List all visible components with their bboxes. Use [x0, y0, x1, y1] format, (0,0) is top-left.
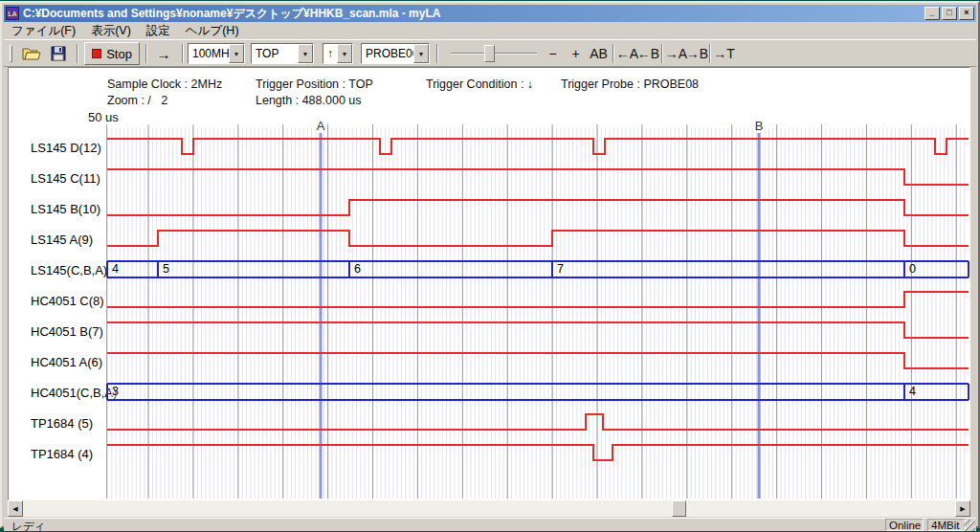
zoom-in-button[interactable]: +: [565, 43, 587, 64]
toolbar-separator: [709, 44, 711, 63]
toolbar-separator: [612, 44, 614, 63]
save-file-button[interactable]: [46, 43, 71, 64]
sample-clock-value: 100MHz: [189, 44, 229, 63]
toolbar: Stop → 100MHz ▼ TOP ▼ ↑ ▼ PROBE00 ▼ − + …: [4, 39, 976, 67]
toolbar-separator: [661, 44, 663, 63]
zoom-info: Zoom : / 2: [107, 94, 167, 107]
status-online-badge: Online: [885, 519, 924, 531]
dropdown-arrow-icon[interactable]: ▼: [337, 44, 352, 63]
zoom-slider[interactable]: [446, 43, 542, 64]
signal-label: TP1684 (5): [31, 416, 93, 431]
trigger-condition-info: Trigger Condition : ↓: [426, 78, 533, 91]
signal-label: LS145 B(10): [31, 202, 100, 216]
signal-label: HC4051 C(8): [31, 294, 104, 308]
probe-combo[interactable]: PROBE00 ▼: [361, 43, 430, 64]
scroll-right-arrow-icon[interactable]: ▶: [955, 500, 970, 517]
dropdown-arrow-icon[interactable]: ▼: [298, 44, 313, 63]
stop-square-icon: [92, 49, 101, 58]
horizontal-scrollbar[interactable]: ◀ ▶: [8, 500, 970, 517]
status-memory-badge: 4MBit: [927, 519, 966, 531]
length-info: Length : 488.000 us: [256, 94, 362, 107]
minimize-button[interactable]: _: [924, 7, 940, 20]
zoom-slider-thumb[interactable]: [484, 45, 495, 62]
trigger-edge-combo[interactable]: ↑ ▼: [323, 43, 353, 64]
ab-button[interactable]: AB: [588, 43, 610, 64]
open-file-button[interactable]: [19, 43, 44, 64]
menu-bar: ファイル(F) 表示(V) 設定 ヘルプ(H): [4, 22, 976, 39]
resize-grip[interactable]: [964, 520, 975, 531]
trigger-edge-value: ↑: [323, 44, 337, 63]
goto-marker-b-button[interactable]: ←B: [637, 43, 659, 64]
toolbar-separator: [436, 44, 438, 63]
menu-file[interactable]: ファイル(F): [4, 22, 83, 40]
save-floppy-icon: [51, 46, 66, 61]
zoom-out-button[interactable]: −: [542, 43, 564, 64]
toolbar-separator: [77, 44, 78, 63]
trigger-position-value: TOP: [252, 44, 298, 63]
trigger-probe-info: Trigger Probe : PROBE08: [561, 78, 699, 91]
signal-label: LS145(C,B,A): [31, 263, 107, 277]
menu-settings[interactable]: 設定: [139, 22, 178, 40]
goto-trigger-button[interactable]: →T: [713, 43, 735, 64]
goto-marker-a-button[interactable]: ←A: [616, 43, 638, 64]
status-bar: レディ Online 4MBit: [4, 518, 976, 531]
stop-button[interactable]: Stop: [84, 42, 140, 65]
menu-view[interactable]: 表示(V): [83, 22, 139, 40]
signal-label: LS145 A(9): [31, 233, 93, 247]
maximize-button[interactable]: □: [942, 7, 957, 20]
set-marker-a-button[interactable]: →A: [665, 43, 687, 64]
toolbar-separator: [145, 44, 147, 63]
dropdown-arrow-icon[interactable]: ▼: [229, 44, 244, 63]
trigger-position-info: Trigger Position : TOP: [256, 78, 373, 91]
close-button[interactable]: ×: [959, 7, 974, 20]
signal-label: HC4051 B(7): [31, 324, 103, 339]
probe-value: PROBE00: [362, 44, 413, 63]
signal-label: HC4051 A(6): [31, 355, 102, 369]
status-ready-text: レディ: [11, 520, 45, 532]
toolbar-grip[interactable]: [10, 45, 12, 62]
single-run-button[interactable]: →: [151, 42, 176, 65]
timescale-label: 50 us: [88, 110, 119, 124]
title-bar: LA C:¥Documents and Settings¥noname¥デスクト…: [4, 5, 976, 22]
signal-label: HC4051(C,B,A): [31, 386, 117, 400]
scroll-left-arrow-icon[interactable]: ◀: [8, 500, 23, 517]
signal-label: LS145 C(11): [31, 171, 100, 186]
open-folder-icon: [22, 46, 41, 61]
signal-label: TP1684 (4): [31, 447, 93, 461]
window-title: C:¥Documents and Settings¥noname¥デスクトップ¥…: [23, 6, 924, 22]
sample-clock-combo[interactable]: 100MHz ▼: [188, 43, 245, 64]
trigger-position-combo[interactable]: TOP ▼: [251, 43, 314, 64]
signal-label: LS145 D(12): [31, 141, 101, 155]
waveform-area[interactable]: [107, 124, 969, 499]
toolbar-separator: [182, 44, 184, 63]
menu-help[interactable]: ヘルプ(H): [178, 22, 247, 40]
app-icon: LA: [6, 7, 19, 20]
stop-label: Stop: [106, 47, 132, 61]
set-marker-b-button[interactable]: →B: [686, 43, 708, 64]
app-window: LA C:¥Documents and Settings¥noname¥デスクト…: [0, 1, 980, 528]
scrollbar-thumb[interactable]: [672, 500, 686, 517]
dropdown-arrow-icon[interactable]: ▼: [413, 44, 429, 63]
sample-clock-info: Sample Clock : 2MHz: [107, 78, 222, 91]
